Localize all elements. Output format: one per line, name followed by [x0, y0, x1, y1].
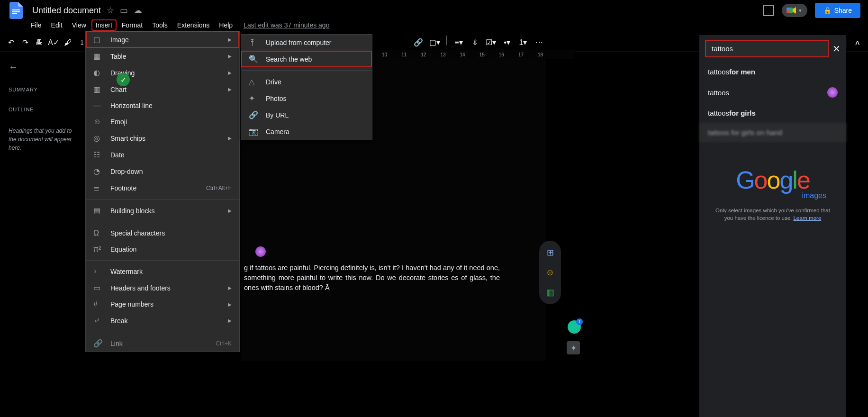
star-icon[interactable]: ☆: [107, 5, 114, 16]
insert-hr-item[interactable]: — Horizontal line: [86, 98, 239, 114]
numbered-list-button[interactable]: 1▾: [516, 36, 530, 50]
insert-table-item[interactable]: ▦ Table ▶: [86, 48, 239, 64]
more-button[interactable]: ⋯: [532, 36, 546, 50]
undo-button[interactable]: ↶: [4, 36, 18, 50]
chevron-right-icon: ▶: [228, 37, 232, 42]
date-icon: ☷: [93, 150, 104, 159]
insert-image-item[interactable]: ▢ Image ▶: [86, 31, 239, 48]
search-the-web-item[interactable]: 🔍 Search the web: [241, 51, 372, 67]
camera-item[interactable]: 📷 Camera: [241, 123, 372, 140]
photos-item[interactable]: ✦ Photos: [241, 90, 372, 107]
search-suggestion-4[interactable]: tattoos for girls on hand: [699, 123, 846, 142]
line-spacing-button[interactable]: ⇳: [468, 36, 482, 50]
drive-item[interactable]: △ Drive: [241, 73, 372, 90]
last-edit-link[interactable]: Last edit was 37 minutes ago: [244, 21, 329, 29]
align-button[interactable]: ≡▾: [452, 36, 466, 50]
outline-panel: ← SUMMARY OUTLINE Headings that you add …: [0, 52, 85, 417]
emoji-icon: ☺: [93, 118, 104, 126]
menu-edit[interactable]: Edit: [47, 19, 67, 31]
grammarly-count: 1: [576, 318, 583, 325]
back-arrow-icon[interactable]: ←: [9, 62, 77, 73]
spellcheck-button[interactable]: A✓: [46, 36, 61, 50]
add-emoji-reaction-button[interactable]: ☺: [543, 265, 557, 280]
image-search-input[interactable]: [705, 40, 829, 57]
redo-button[interactable]: ↷: [18, 36, 32, 50]
insert-image-button[interactable]: ▢▾: [427, 36, 442, 50]
collapse-toolbar-button[interactable]: ʌ: [850, 36, 864, 50]
link-icon: 🔗: [93, 339, 104, 348]
grammarly-badge[interactable]: 1: [568, 320, 581, 334]
insert-chart-item[interactable]: ▥ Chart ▶: [86, 81, 239, 98]
search-suggestion-3[interactable]: tattoos for girls: [699, 103, 846, 123]
svg-rect-6: [787, 10, 789, 13]
add-comment-button[interactable]: ⊞: [543, 245, 557, 260]
insert-link-item[interactable]: 🔗 Link Ctrl+K: [86, 335, 239, 352]
menu-divider: [86, 199, 239, 199]
insert-building-blocks-item[interactable]: ▤ Building blocks ▶: [86, 202, 239, 219]
menu-insert[interactable]: Insert: [91, 19, 117, 31]
by-url-item[interactable]: 🔗 By URL: [241, 107, 372, 123]
link-icon: 🔗: [249, 110, 259, 119]
image-icon: ▢: [93, 35, 104, 44]
building-blocks-icon: ▤: [93, 206, 104, 215]
insert-pagenum-item[interactable]: # Page numbers ▶: [86, 296, 239, 312]
upload-icon: ⭱: [249, 38, 259, 47]
insert-special-item[interactable]: Ω Special characters: [86, 225, 239, 241]
print-button[interactable]: 🖶: [32, 36, 46, 50]
search-suggestion-2[interactable]: tattoos: [699, 82, 846, 103]
docs-app-icon[interactable]: [8, 2, 25, 19]
svg-rect-0: [12, 9, 20, 10]
meet-button[interactable]: ▼: [782, 4, 807, 17]
share-button[interactable]: 🔒 Share: [815, 3, 860, 18]
insert-footnote-item[interactable]: ≣ Footnote Ctrl+Alt+F: [86, 180, 239, 196]
menu-tools[interactable]: Tools: [148, 19, 172, 31]
insert-drawing-item[interactable]: ◐ Drawing ▶: [86, 64, 239, 81]
document-title[interactable]: Untitled document: [32, 6, 101, 16]
bulleted-list-button[interactable]: •▾: [500, 36, 514, 50]
menu-help[interactable]: Help: [215, 19, 237, 31]
search-icon: 🔍: [249, 54, 259, 63]
outline-hint: Headings that you add to the document wi…: [9, 127, 77, 152]
learn-more-link[interactable]: Learn more: [793, 215, 821, 221]
document-text[interactable]: g if tattoos are painful. Piercing defin…: [244, 263, 500, 293]
drive-icon: △: [249, 77, 259, 86]
comment-history-icon[interactable]: [763, 5, 774, 16]
close-icon[interactable]: ✕: [832, 43, 841, 54]
menu-view[interactable]: View: [68, 19, 90, 31]
insert-headers-item[interactable]: ▭ Headers and footers ▶: [86, 280, 239, 296]
licence-disclaimer: Only select images which you've confirme…: [699, 207, 846, 222]
insert-smartchips-item[interactable]: ◎ Smart chips ▶: [86, 130, 239, 146]
watermark-icon: ▫: [93, 267, 104, 276]
paint-format-button[interactable]: 🖌: [61, 36, 75, 50]
insert-date-item[interactable]: ☷ Date: [86, 146, 239, 163]
hash-icon: #: [93, 300, 104, 308]
checklist-button[interactable]: ☑▾: [484, 36, 498, 50]
menu-file[interactable]: File: [27, 19, 46, 31]
insert-image-label: Image: [110, 36, 129, 44]
insert-image-submenu: ⭱ Upload from computer 🔍 Search the web …: [241, 34, 372, 140]
move-icon[interactable]: ▭: [120, 5, 128, 16]
suggest-edits-button[interactable]: ▥: [543, 285, 557, 299]
insert-emoji-item[interactable]: ☺ Emoji: [86, 114, 239, 130]
outline-heading: OUTLINE: [9, 107, 77, 112]
menu-extensions[interactable]: Extensions: [173, 19, 214, 31]
cloud-status-icon[interactable]: ☁: [134, 5, 142, 16]
search-suggestion-1[interactable]: tattoos for men: [699, 62, 846, 82]
upload-from-computer-item[interactable]: ⭱ Upload from computer: [241, 35, 372, 51]
insert-equation-item[interactable]: π² Equation: [86, 241, 239, 257]
insert-link-button[interactable]: 🔗: [411, 36, 425, 50]
insert-dropdown-item[interactable]: ◔ Drop-down: [86, 163, 239, 180]
explore-button[interactable]: ✦: [567, 341, 580, 354]
insert-break-item[interactable]: ⤶ Break ▶: [86, 312, 239, 329]
image-search-panel: ✕ tattoos for men tattoos tattoos for gi…: [699, 35, 846, 417]
footnote-icon: ≣: [93, 183, 104, 192]
svg-rect-5: [787, 8, 789, 10]
menu-format[interactable]: Format: [118, 19, 147, 31]
svg-rect-1: [12, 11, 20, 12]
insert-watermark-item[interactable]: ▫ Watermark: [86, 263, 239, 280]
svg-marker-4: [793, 7, 796, 14]
avatar-icon: [827, 87, 838, 98]
google-logo: Google images: [699, 166, 846, 200]
share-label: Share: [834, 7, 852, 14]
drawing-icon: ◐: [93, 68, 104, 77]
